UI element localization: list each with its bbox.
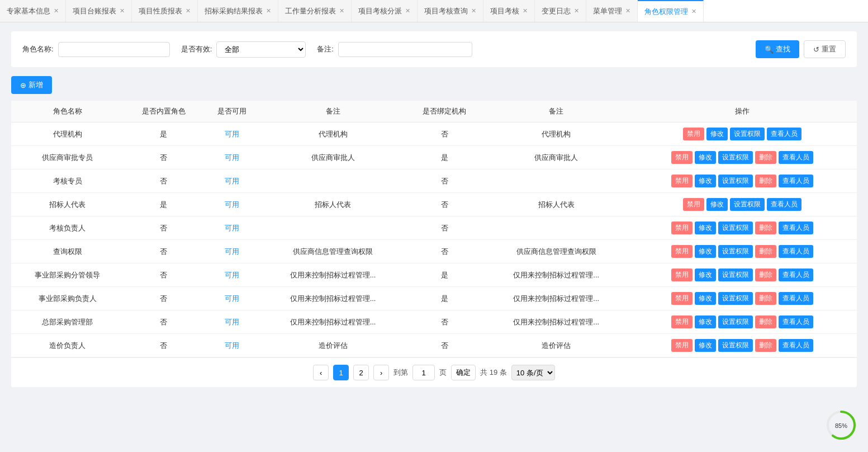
tab-item-3[interactable]: 招标采购结果报表✕ — [198, 0, 278, 22]
edit-button[interactable]: 修改 — [695, 339, 716, 352]
remark-field: 备注: — [317, 42, 472, 57]
page-label: 页 — [439, 368, 447, 378]
tab-close-btn[interactable]: ✕ — [339, 7, 344, 15]
set-perm-button[interactable]: 设置权限 — [718, 151, 753, 164]
edit-button[interactable]: 修改 — [695, 292, 716, 305]
table-row: 查询权限否可用供应商信息管理查询权限否供应商信息管理查询权限禁用修改设置权限删除… — [11, 240, 857, 263]
valid-label: 是否有效: — [181, 44, 212, 54]
view-user-button[interactable]: 查看人员 — [779, 151, 813, 164]
tab-label: 角色权限管理 — [644, 7, 688, 17]
set-perm-button[interactable]: 设置权限 — [718, 222, 753, 234]
view-user-button[interactable]: 查看人员 — [779, 245, 813, 258]
tab-close-btn[interactable]: ✕ — [54, 7, 59, 15]
table-row: 招标人代表是可用招标人代表否招标人代表禁用修改设置权限查看人员 — [11, 193, 857, 216]
disable-button[interactable]: 禁用 — [671, 316, 692, 328]
tab-close-btn[interactable]: ✕ — [574, 7, 579, 15]
role-name-field: 角色名称: — [22, 42, 170, 57]
tab-label: 菜单管理 — [593, 6, 622, 16]
disable-button[interactable]: 禁用 — [683, 128, 704, 140]
view-user-button[interactable]: 查看人员 — [767, 198, 801, 211]
disable-button[interactable]: 禁用 — [671, 292, 692, 305]
set-perm-button[interactable]: 设置权限 — [718, 269, 753, 281]
tab-item-10[interactable]: 角色权限管理✕ — [638, 0, 704, 22]
tab-item-2[interactable]: 项目性质报表✕ — [132, 0, 198, 22]
disable-button[interactable]: 禁用 — [671, 222, 692, 234]
view-user-button[interactable]: 查看人员 — [779, 175, 813, 187]
edit-button[interactable]: 修改 — [706, 128, 728, 140]
delete-button[interactable]: 删除 — [755, 269, 776, 281]
delete-button[interactable]: 删除 — [755, 316, 776, 328]
next-page-btn[interactable]: › — [373, 365, 389, 380]
set-perm-button[interactable]: 设置权限 — [718, 292, 753, 305]
tab-item-8[interactable]: 变更日志✕ — [535, 0, 586, 22]
view-user-button[interactable]: 查看人员 — [779, 316, 813, 328]
page-1-btn[interactable]: 1 — [333, 365, 349, 380]
disable-button[interactable]: 禁用 — [671, 269, 692, 281]
edit-button[interactable]: 修改 — [695, 151, 716, 164]
set-perm-button[interactable]: 设置权限 — [730, 198, 765, 211]
tab-item-9[interactable]: 菜单管理✕ — [586, 0, 638, 22]
tab-item-5[interactable]: 项目考核分派✕ — [352, 0, 418, 22]
remark-input[interactable] — [338, 42, 472, 57]
edit-button[interactable]: 修改 — [695, 245, 716, 258]
set-perm-button[interactable]: 设置权限 — [718, 316, 753, 328]
delete-button[interactable]: 删除 — [755, 292, 776, 305]
reset-button[interactable]: ↺ 重置 — [804, 40, 846, 58]
view-user-button[interactable]: 查看人员 — [779, 339, 813, 352]
view-user-button[interactable]: 查看人员 — [767, 128, 801, 140]
edit-button[interactable]: 修改 — [695, 175, 716, 187]
delete-button[interactable]: 删除 — [755, 151, 776, 164]
table-body: 代理机构是可用代理机构否代理机构禁用修改设置权限查看人员供应商审批专员否可用供应… — [11, 123, 857, 357]
set-perm-button[interactable]: 设置权限 — [718, 245, 753, 258]
table-row: 考核负责人否可用否禁用修改设置权限删除查看人员 — [11, 216, 857, 240]
tab-item-4[interactable]: 工作量分析报表✕ — [278, 0, 352, 22]
edit-button[interactable]: 修改 — [706, 198, 728, 211]
delete-button[interactable]: 删除 — [755, 245, 776, 258]
edit-button[interactable]: 修改 — [695, 222, 716, 234]
delete-button[interactable]: 删除 — [755, 222, 776, 234]
per-page-select[interactable]: 10 条/页20 条/页50 条/页 — [511, 365, 555, 380]
search-button[interactable]: 🔍 查找 — [756, 40, 799, 58]
tab-close-btn[interactable]: ✕ — [266, 7, 271, 15]
view-user-button[interactable]: 查看人员 — [779, 269, 813, 281]
valid-select[interactable]: 全部是否 — [216, 41, 306, 58]
edit-button[interactable]: 修改 — [695, 316, 716, 328]
delete-button[interactable]: 删除 — [755, 175, 776, 187]
view-user-button[interactable]: 查看人员 — [779, 222, 813, 234]
set-perm-button[interactable]: 设置权限 — [718, 339, 753, 352]
tab-close-btn[interactable]: ✕ — [523, 7, 528, 15]
tab-close-btn[interactable]: ✕ — [471, 7, 476, 15]
tab-close-btn[interactable]: ✕ — [691, 8, 696, 15]
set-perm-button[interactable]: 设置权限 — [730, 128, 765, 140]
toolbar: ⊕ 新增 — [11, 76, 857, 94]
remark-label: 备注: — [317, 44, 334, 54]
tab-item-1[interactable]: 项目台账报表✕ — [66, 0, 132, 22]
page-2-btn[interactable]: 2 — [353, 365, 369, 380]
set-perm-button[interactable]: 设置权限 — [718, 175, 753, 187]
prev-page-btn[interactable]: ‹ — [313, 365, 329, 380]
tab-close-btn[interactable]: ✕ — [186, 7, 191, 15]
disable-button[interactable]: 禁用 — [671, 151, 692, 164]
col-builtin: 是否内置角色 — [124, 101, 203, 123]
tab-close-btn[interactable]: ✕ — [625, 7, 630, 15]
tab-item-6[interactable]: 项目考核查询✕ — [418, 0, 483, 22]
tab-label: 项目性质报表 — [139, 6, 182, 16]
tab-item-7[interactable]: 项目考核✕ — [483, 0, 535, 22]
role-name-input[interactable] — [58, 42, 170, 57]
tab-close-btn[interactable]: ✕ — [405, 7, 410, 15]
edit-button[interactable]: 修改 — [695, 269, 716, 281]
col-remark2: 备注 — [485, 101, 628, 123]
delete-button[interactable]: 删除 — [755, 339, 776, 352]
disable-button[interactable]: 禁用 — [683, 198, 704, 211]
disable-button[interactable]: 禁用 — [671, 175, 692, 187]
goto-confirm-btn[interactable]: 确定 — [451, 365, 476, 380]
view-user-button[interactable]: 查看人员 — [779, 292, 813, 305]
goto-input[interactable] — [412, 365, 435, 380]
disable-button[interactable]: 禁用 — [671, 339, 692, 352]
tab-label: 专家基本信息 — [7, 6, 50, 16]
disable-button[interactable]: 禁用 — [671, 245, 692, 258]
table-row: 总部采购管理部否可用仅用来控制招标过程管理...否仅用来控制招标过程管理...禁… — [11, 310, 857, 334]
add-button[interactable]: ⊕ 新增 — [11, 76, 52, 94]
tab-item-0[interactable]: 专家基本信息✕ — [0, 0, 66, 22]
tab-close-btn[interactable]: ✕ — [120, 7, 125, 15]
